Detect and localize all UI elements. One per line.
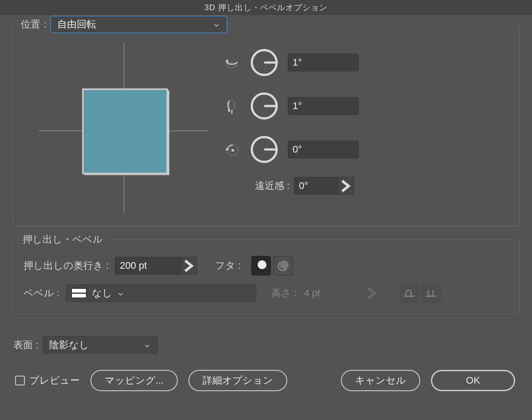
rotation-z-dial[interactable] xyxy=(250,135,279,164)
position-section: 位置 : 自由回転 xyxy=(12,24,520,226)
surface-select-value: 陰影なし xyxy=(49,338,89,352)
position-select[interactable]: 自由回転 xyxy=(50,16,227,33)
dialog-title: 3D 押し出し・ベベルオプション xyxy=(0,0,532,15)
rotate-y-icon xyxy=(223,97,241,115)
extrude-bevel-section: 押し出し・ベベル 押し出しの奥行き : フタ : ベベル : xyxy=(12,239,520,314)
svg-point-10 xyxy=(229,100,235,110)
rotation-z-row xyxy=(223,133,511,165)
preview-checkbox[interactable]: プレビュー xyxy=(15,374,80,387)
perspective-label: 遠近感 : xyxy=(255,179,289,192)
perspective-input[interactable] xyxy=(294,177,338,195)
surface-select[interactable]: 陰影なし xyxy=(43,336,158,354)
checkbox-icon xyxy=(15,376,25,385)
extrude-depth-stepper[interactable] xyxy=(181,257,197,275)
svg-point-21 xyxy=(280,260,289,269)
dialog-footer: プレビュー マッピング... 詳細オプション キャンセル OK xyxy=(10,370,522,396)
cancel-button[interactable]: キャンセル xyxy=(341,370,420,391)
rotation-y-input[interactable] xyxy=(288,97,359,115)
surface-label: 表面 : xyxy=(13,338,38,352)
bevel-select[interactable]: なし xyxy=(66,284,256,302)
more-options-button[interactable]: 詳細オプション xyxy=(188,370,287,391)
cap-off-button[interactable] xyxy=(274,256,293,275)
preview-checkbox-label: プレビュー xyxy=(29,374,80,387)
cap-on-button[interactable] xyxy=(251,256,271,275)
bevel-label: ベベル : xyxy=(23,287,59,300)
extrude-depth-label: 押し出しの奥行き : xyxy=(23,259,109,272)
bevel-height-input xyxy=(299,284,361,302)
svg-marker-5 xyxy=(167,89,169,175)
svg-point-7 xyxy=(227,63,237,67)
perspective-stepper[interactable] xyxy=(338,177,354,195)
rotation-z-input[interactable] xyxy=(288,141,359,158)
bevel-height-stepper xyxy=(364,284,380,302)
extrude-bevel-title: 押し出し・ベベル xyxy=(19,233,106,246)
position-label: 位置 : xyxy=(21,18,47,31)
perspective-row: 遠近感 : xyxy=(255,177,511,195)
chevron-down-icon xyxy=(212,20,220,28)
ok-button[interactable]: OK xyxy=(431,370,515,391)
cap-label: フタ : xyxy=(215,259,241,272)
rotation-x-row xyxy=(223,47,511,79)
chevron-down-icon xyxy=(143,341,151,349)
bevel-select-value: なし xyxy=(92,287,112,300)
map-art-button[interactable]: マッピング... xyxy=(90,370,178,391)
svg-point-15 xyxy=(231,149,234,152)
svg-marker-6 xyxy=(83,173,169,175)
extrude-depth-input[interactable] xyxy=(115,257,181,275)
chevron-down-icon xyxy=(117,289,125,297)
position-select-value: 自由回転 xyxy=(57,18,96,31)
svg-rect-4 xyxy=(83,89,167,173)
rotation-y-dial[interactable] xyxy=(250,91,279,121)
bevel-height-group: 高さ : xyxy=(271,284,380,302)
svg-point-19 xyxy=(258,260,266,269)
rotate-x-icon xyxy=(223,54,241,71)
bevel-extent-out-button xyxy=(422,283,441,303)
bevel-extent-in-button xyxy=(399,283,419,303)
bevel-height-label: 高さ : xyxy=(271,287,297,300)
rotation-y-row xyxy=(223,90,511,122)
rotate-z-icon xyxy=(223,141,241,158)
rotation-x-dial[interactable] xyxy=(250,48,279,77)
bevel-swatch-icon xyxy=(71,288,86,298)
rotation-preview[interactable] xyxy=(39,42,210,215)
rotation-x-input[interactable] xyxy=(288,54,359,71)
